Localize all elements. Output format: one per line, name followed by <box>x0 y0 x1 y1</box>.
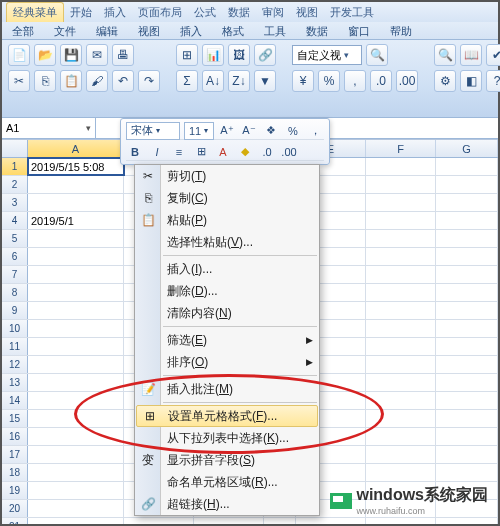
font-dropdown[interactable]: 宋体 <box>126 122 180 140</box>
bold-button[interactable]: B <box>126 143 144 161</box>
italic-button[interactable]: I <box>148 143 166 161</box>
tab-classic[interactable]: 经典菜单 <box>6 2 64 22</box>
cell-F21[interactable] <box>366 518 436 524</box>
row-header[interactable]: 16 <box>2 428 28 445</box>
dec-inc-icon[interactable]: .0 <box>258 143 276 161</box>
cell-G8[interactable] <box>436 284 498 301</box>
filter-icon[interactable]: ▼ <box>254 70 276 92</box>
cell-E21[interactable] <box>296 518 366 524</box>
menu-item-c[interactable]: ⎘复制(C) <box>135 187 319 209</box>
row-header[interactable]: 10 <box>2 320 28 337</box>
cell-A19[interactable] <box>28 482 124 499</box>
row-header[interactable]: 7 <box>2 266 28 283</box>
menu-edit[interactable]: 编辑 <box>86 22 128 39</box>
percent-icon[interactable]: % <box>318 70 340 92</box>
research-icon[interactable]: 📖 <box>460 44 482 66</box>
sort-desc-icon[interactable]: Z↓ <box>228 70 250 92</box>
menu-item-k[interactable]: 从下拉列表中选择(K)... <box>135 427 319 449</box>
menu-item-t[interactable]: ✂剪切(T) <box>135 165 319 187</box>
cell-A4[interactable]: 2019/5/1 <box>28 212 124 229</box>
col-header-G[interactable]: G <box>436 140 498 157</box>
cell-A3[interactable] <box>28 194 124 211</box>
cell-F3[interactable] <box>366 194 436 211</box>
row-header[interactable]: 15 <box>2 410 28 427</box>
border-icon[interactable]: ⊞ <box>192 143 210 161</box>
sort-asc-icon[interactable]: A↓ <box>202 70 224 92</box>
tab-layout[interactable]: 页面布局 <box>132 3 188 22</box>
menu-item-o[interactable]: 排序(O)▶ <box>135 351 319 373</box>
row-header[interactable]: 2 <box>2 176 28 193</box>
cell-G10[interactable] <box>436 320 498 337</box>
menu-item-i[interactable]: 插入(I)... <box>135 258 319 280</box>
cell-F13[interactable] <box>366 374 436 391</box>
cell-F9[interactable] <box>366 302 436 319</box>
paste-icon[interactable]: 📋 <box>60 70 82 92</box>
row-header[interactable]: 19 <box>2 482 28 499</box>
cell-G18[interactable] <box>436 464 498 481</box>
row-header[interactable]: 9 <box>2 302 28 319</box>
cell-G17[interactable] <box>436 446 498 463</box>
cell-A13[interactable] <box>28 374 124 391</box>
cell-F6[interactable] <box>366 248 436 265</box>
row-header[interactable]: 8 <box>2 284 28 301</box>
cell-G13[interactable] <box>436 374 498 391</box>
row-header[interactable]: 5 <box>2 230 28 247</box>
cell-G15[interactable] <box>436 410 498 427</box>
row-header[interactable]: 17 <box>2 446 28 463</box>
undo-icon[interactable]: ↶ <box>112 70 134 92</box>
tab-data[interactable]: 数据 <box>222 3 256 22</box>
macro-icon[interactable]: ⚙ <box>434 70 456 92</box>
cell-A9[interactable] <box>28 302 124 319</box>
menu-item-f[interactable]: ⊞设置单元格格式(F)... <box>136 405 318 427</box>
custom-view-dropdown[interactable]: 自定义视 <box>292 45 362 65</box>
menu-item-r[interactable]: 命名单元格区域(R)... <box>135 471 319 493</box>
comma-icon[interactable]: , <box>344 70 366 92</box>
menu-item-v[interactable]: 选择性粘贴(V)... <box>135 231 319 253</box>
menu-item-n[interactable]: 清除内容(N) <box>135 302 319 324</box>
col-header-A[interactable]: A <box>28 140 124 157</box>
sum-icon[interactable]: Σ <box>176 70 198 92</box>
row-header[interactable]: 21 <box>2 518 28 524</box>
fillcolor-icon[interactable]: ◆ <box>236 143 254 161</box>
cell-F18[interactable] <box>366 464 436 481</box>
menu-item-m[interactable]: 📝插入批注(M) <box>135 378 319 400</box>
menu-file[interactable]: 文件 <box>44 22 86 39</box>
zoom-icon[interactable]: 🔍 <box>366 44 388 66</box>
row-header[interactable]: 12 <box>2 356 28 373</box>
cell-F12[interactable] <box>366 356 436 373</box>
row-header[interactable]: 13 <box>2 374 28 391</box>
link-icon[interactable]: 🔗 <box>254 44 276 66</box>
menu-window[interactable]: 窗口 <box>338 22 380 39</box>
copy-icon[interactable]: ⎘ <box>34 70 56 92</box>
cell-F5[interactable] <box>366 230 436 247</box>
cell-A2[interactable] <box>28 176 124 193</box>
menu-data[interactable]: 数据 <box>296 22 338 39</box>
chart-icon[interactable]: 📊 <box>202 44 224 66</box>
menu-item-p[interactable]: 📋粘贴(P) <box>135 209 319 231</box>
tab-review[interactable]: 审阅 <box>256 3 290 22</box>
dec-dec-icon[interactable]: .00 <box>280 143 298 161</box>
cut-icon[interactable]: ✂ <box>8 70 30 92</box>
row-header[interactable]: 3 <box>2 194 28 211</box>
cell-G7[interactable] <box>436 266 498 283</box>
cell-G3[interactable] <box>436 194 498 211</box>
cell-A10[interactable] <box>28 320 124 337</box>
cell-A7[interactable] <box>28 266 124 283</box>
cell-A8[interactable] <box>28 284 124 301</box>
save-icon[interactable]: 💾 <box>60 44 82 66</box>
fontsize-dropdown[interactable]: 11 <box>184 122 214 140</box>
cell-F1[interactable] <box>366 158 436 175</box>
cell-G4[interactable] <box>436 212 498 229</box>
pic-icon[interactable]: 🖼 <box>228 44 250 66</box>
find-icon[interactable]: 🔍 <box>434 44 456 66</box>
open-icon[interactable]: 📂 <box>34 44 56 66</box>
row-header[interactable]: 14 <box>2 392 28 409</box>
cell-F16[interactable] <box>366 428 436 445</box>
menu-help[interactable]: 帮助 <box>380 22 422 39</box>
menu-insert[interactable]: 插入 <box>170 22 212 39</box>
row-header[interactable]: 6 <box>2 248 28 265</box>
menu-tools[interactable]: 工具 <box>254 22 296 39</box>
cell-G6[interactable] <box>436 248 498 265</box>
cell-F17[interactable] <box>366 446 436 463</box>
tab-home[interactable]: 开始 <box>64 3 98 22</box>
